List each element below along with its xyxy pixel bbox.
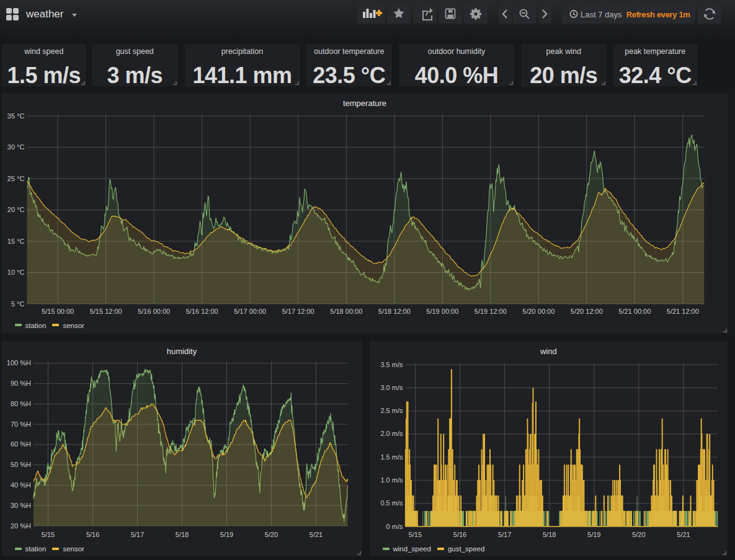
svg-text:5/21 00:00: 5/21 00:00: [618, 308, 651, 315]
svg-text:5/20: 5/20: [264, 531, 277, 538]
svg-text:5/17: 5/17: [497, 531, 510, 538]
svg-text:100 %H: 100 %H: [6, 359, 30, 367]
svg-text:5/20 00:00: 5/20 00:00: [522, 308, 555, 315]
svg-text:5/18: 5/18: [542, 531, 555, 538]
svg-text:30 %H: 30 %H: [10, 502, 30, 509]
svg-text:70 %H: 70 %H: [10, 420, 30, 428]
svg-text:5/16 00:00: 5/16 00:00: [138, 308, 170, 315]
svg-text:30 °C: 30 °C: [7, 143, 24, 151]
svg-text:5/21 12:00: 5/21 12:00: [666, 308, 698, 315]
svg-text:5/17 12:00: 5/17 12:00: [282, 308, 314, 315]
svg-text:10 °C: 10 °C: [7, 269, 24, 276]
svg-text:5/18: 5/18: [175, 531, 188, 538]
svg-text:5/16 12:00: 5/16 12:00: [185, 308, 218, 315]
svg-text:5/15: 5/15: [408, 531, 421, 538]
svg-text:5/19 00:00: 5/19 00:00: [426, 308, 458, 315]
svg-text:5/15 12:00: 5/15 12:00: [89, 308, 122, 315]
svg-text:50 %H: 50 %H: [10, 461, 30, 468]
svg-text:60 %H: 60 %H: [10, 440, 30, 448]
svg-text:5/19 12:00: 5/19 12:00: [474, 308, 506, 315]
svg-text:3.0 m/s: 3.0 m/s: [380, 384, 403, 391]
svg-text:5/21: 5/21: [309, 531, 322, 538]
svg-text:25 °C: 25 °C: [7, 174, 24, 182]
svg-text:5/16: 5/16: [453, 531, 466, 538]
svg-text:5/17 00:00: 5/17 00:00: [234, 308, 266, 315]
svg-text:5 °C: 5 °C: [11, 300, 24, 307]
svg-text:5/20 12:00: 5/20 12:00: [570, 308, 602, 315]
svg-text:40 %H: 40 %H: [10, 481, 30, 489]
svg-text:80 %H: 80 %H: [10, 400, 30, 407]
svg-text:5/21: 5/21: [677, 531, 690, 538]
svg-text:15 °C: 15 °C: [7, 237, 24, 244]
svg-text:5/15 00:00: 5/15 00:00: [42, 308, 74, 315]
svg-text:5/18 00:00: 5/18 00:00: [330, 308, 362, 315]
svg-text:5/17: 5/17: [130, 531, 143, 538]
svg-text:5/16: 5/16: [86, 531, 99, 538]
svg-text:35 °C: 35 °C: [7, 112, 24, 119]
svg-text:20 °C: 20 °C: [7, 206, 24, 213]
svg-text:1.5 m/s: 1.5 m/s: [380, 453, 403, 461]
svg-text:5/18 12:00: 5/18 12:00: [378, 308, 410, 315]
svg-text:0.5 m/s: 0.5 m/s: [380, 499, 403, 507]
svg-text:2.0 m/s: 2.0 m/s: [380, 430, 403, 437]
svg-text:3.5 m/s: 3.5 m/s: [380, 361, 403, 368]
svg-text:0 m/s: 0 m/s: [386, 523, 403, 530]
svg-text:5/15: 5/15: [41, 531, 54, 538]
svg-text:5/19: 5/19: [220, 531, 233, 538]
svg-text:5/19: 5/19: [587, 531, 600, 538]
svg-text:20 %H: 20 %H: [10, 522, 30, 530]
svg-text:5/20: 5/20: [632, 531, 645, 538]
svg-text:90 %H: 90 %H: [10, 380, 30, 387]
svg-text:2.5 m/s: 2.5 m/s: [380, 407, 403, 414]
svg-text:1.0 m/s: 1.0 m/s: [380, 476, 403, 484]
